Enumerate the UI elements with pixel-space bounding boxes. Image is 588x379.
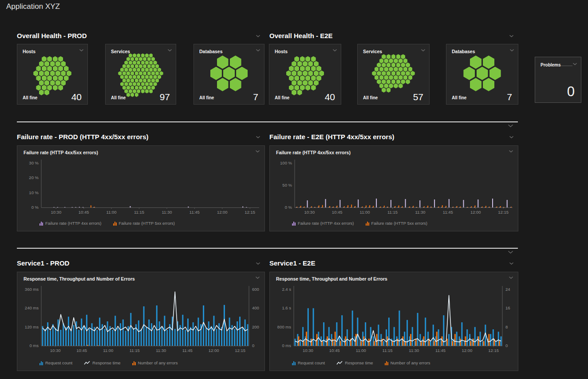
hexagon[interactable] [316, 75, 321, 81]
hexagon[interactable] [300, 85, 305, 90]
chevron-down-icon[interactable] [508, 124, 513, 128]
hexagon[interactable] [126, 93, 130, 97]
hexagon[interactable] [155, 71, 159, 76]
hexagon[interactable] [129, 75, 132, 79]
hexagon[interactable] [387, 88, 391, 93]
hexagon[interactable] [55, 80, 60, 86]
hexagon[interactable] [147, 64, 151, 69]
hexagon[interactable] [133, 61, 136, 65]
hexagon[interactable] [394, 83, 398, 88]
hexagon[interactable] [314, 61, 319, 67]
hexagon[interactable] [61, 70, 66, 76]
chevron-down-icon[interactable] [256, 262, 260, 265]
hexagon[interactable] [300, 66, 305, 71]
hexagon[interactable] [58, 85, 63, 90]
hexagon[interactable] [39, 61, 44, 67]
chevron-down-icon[interactable] [572, 63, 577, 66]
hexagon[interactable] [44, 61, 49, 67]
hexagon[interactable] [122, 86, 126, 90]
hexagon[interactable] [118, 71, 122, 76]
hexagon[interactable] [145, 61, 149, 65]
hexagon[interactable] [399, 67, 403, 72]
hexagon[interactable] [151, 78, 155, 83]
hexagon[interactable] [143, 71, 146, 76]
hexagon[interactable] [122, 71, 126, 76]
chevron-down-icon[interactable] [256, 136, 260, 139]
hexagon[interactable] [149, 89, 153, 94]
hexagon[interactable] [159, 71, 163, 76]
hexagon[interactable] [384, 83, 388, 88]
hexagon[interactable] [137, 75, 140, 79]
hexagon[interactable] [145, 53, 149, 58]
hexagon[interactable] [384, 75, 388, 80]
hexagon[interactable] [394, 75, 398, 80]
hexagon[interactable] [124, 61, 128, 65]
hexagon[interactable] [470, 55, 481, 69]
hexagon[interactable] [122, 64, 126, 69]
hexagon[interactable] [311, 56, 316, 62]
hexagon[interactable] [67, 70, 71, 76]
hexagon[interactable] [58, 75, 63, 81]
hexagon[interactable] [42, 85, 47, 90]
hexagon[interactable] [149, 61, 153, 65]
hexagon[interactable] [36, 66, 41, 71]
chevron-down-icon[interactable] [509, 150, 513, 153]
hexagon[interactable] [44, 80, 49, 86]
hexagon[interactable] [396, 54, 401, 59]
hexagon[interactable] [135, 86, 138, 90]
hexagon[interactable] [408, 75, 413, 80]
hexagon[interactable] [39, 70, 44, 76]
legend-item-response-time[interactable]: Response time [84, 360, 120, 365]
hexagon[interactable] [294, 85, 299, 90]
hexagon[interactable] [319, 70, 324, 76]
hexagon[interactable] [58, 66, 63, 71]
hexagon[interactable] [129, 68, 132, 72]
hexagon[interactable] [124, 82, 128, 86]
hexagon[interactable] [308, 70, 313, 76]
hexagon[interactable] [305, 66, 310, 71]
hexagon[interactable] [141, 89, 145, 94]
hexagon[interactable] [137, 53, 140, 58]
hexagon[interactable] [311, 85, 316, 90]
hexagon[interactable] [297, 80, 302, 86]
hexagon[interactable] [311, 75, 316, 81]
legend-item-errors[interactable]: Number of any errors [385, 360, 430, 365]
chart-canvas-failure-e2e[interactable]: 100 %50 %0 %10:3010:4511:0011:1511:3011:… [270, 146, 518, 231]
hexagon[interactable] [389, 75, 393, 80]
hexagon[interactable] [58, 56, 63, 62]
hexagon[interactable] [316, 66, 321, 71]
hexagon[interactable] [143, 57, 146, 61]
hexagon[interactable] [145, 82, 149, 86]
hexagon[interactable] [133, 75, 136, 79]
hexagon[interactable] [50, 80, 55, 86]
chevron-down-icon[interactable] [255, 276, 260, 279]
hexagon[interactable] [391, 71, 396, 76]
hexagon[interactable] [387, 54, 391, 59]
hexagon[interactable] [230, 55, 241, 69]
hexagon[interactable] [387, 79, 391, 84]
hexagon[interactable] [401, 71, 405, 76]
hexagon[interactable] [139, 57, 142, 61]
hexagon[interactable] [297, 61, 302, 67]
hexagon[interactable] [483, 78, 494, 91]
hexagon[interactable] [297, 70, 302, 76]
hexagon[interactable] [289, 85, 294, 90]
hexagon[interactable] [133, 53, 136, 58]
hexagon[interactable] [126, 64, 130, 69]
hexagon[interactable] [36, 85, 41, 90]
chevron-down-icon[interactable] [332, 49, 337, 52]
chart-canvas-service1-prod[interactable]: 360 ms240 ms120 ms0 ms600400200010:3010:… [17, 272, 264, 371]
hexagon[interactable] [377, 63, 381, 67]
hexagon[interactable] [151, 64, 155, 69]
chevron-down-icon[interactable] [255, 150, 260, 153]
hexagon[interactable] [403, 75, 408, 80]
hexagon[interactable] [42, 56, 47, 62]
hexagon[interactable] [50, 61, 55, 67]
hexagon[interactable] [39, 90, 44, 95]
hexagon[interactable] [308, 61, 313, 67]
hexagon[interactable] [300, 56, 305, 62]
hexagon[interactable] [308, 80, 313, 86]
hexagon[interactable] [463, 67, 475, 80]
hexagon[interactable] [124, 68, 128, 72]
hexagon[interactable] [399, 83, 403, 88]
